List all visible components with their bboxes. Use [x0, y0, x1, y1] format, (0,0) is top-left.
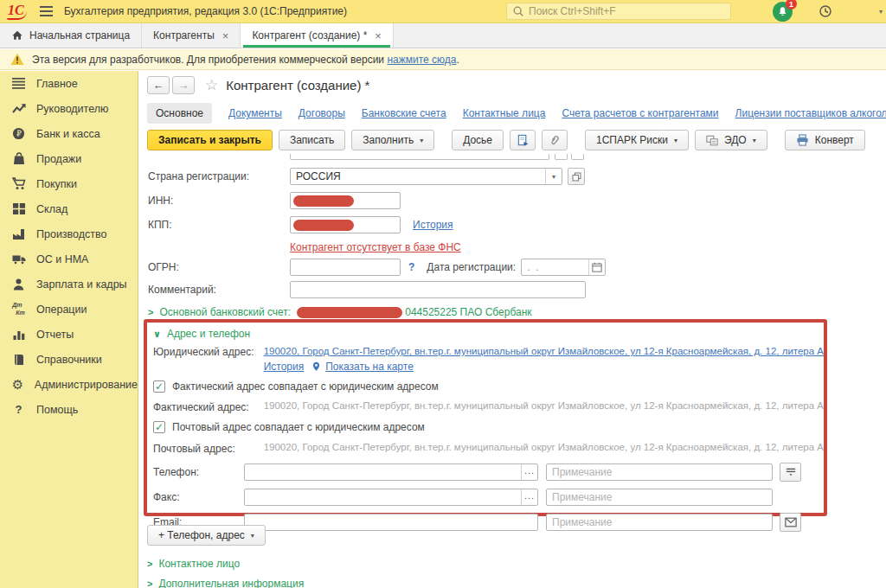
phone-input[interactable] — [245, 464, 521, 480]
additional-info-section[interactable]: > Дополнительная информация — [147, 578, 304, 588]
calendar-icon[interactable] — [588, 259, 605, 275]
sidebar-item-reports[interactable]: Отчеты — [0, 322, 138, 347]
dossier-button[interactable]: Досье — [452, 130, 504, 150]
buy-version-link[interactable]: нажмите сюда — [387, 54, 456, 66]
tab-alcohol-licenses[interactable]: Лицензии поставщиков алкогольной продукц… — [735, 107, 886, 119]
sidebar-item-purchases[interactable]: Покупки — [0, 171, 138, 196]
postal-matches-checkbox[interactable]: ✓ — [153, 421, 165, 433]
create-based-on-button[interactable] — [510, 130, 536, 150]
envelope-button[interactable]: Конверт — [785, 130, 865, 150]
sidebar-item-help[interactable]: ? Помощь — [0, 397, 138, 422]
fax-field[interactable]: ... — [244, 489, 538, 506]
add-phone-address-button[interactable]: + Телефон, адрес ▾ — [147, 525, 266, 546]
sidebar-item-label: Продажи — [36, 153, 81, 165]
fill-button[interactable]: Заполнить▾ — [351, 130, 434, 150]
close-icon[interactable]: × — [222, 30, 229, 42]
main-menu-icon[interactable] — [40, 6, 53, 16]
chevron-right-icon[interactable]: > — [148, 307, 153, 317]
edo-button[interactable]: ЭДО▾ — [695, 130, 767, 150]
sidebar-item-operations[interactable]: ДтКт Операции — [0, 297, 138, 322]
actual-matches-checkbox[interactable]: ✓ — [153, 380, 165, 393]
forward-button[interactable]: → — [172, 76, 195, 94]
back-button[interactable]: ← — [147, 76, 170, 94]
highlight-box: ∨ Адрес и телефон Юридический адрес: 190… — [144, 319, 827, 516]
fns-missing-link[interactable]: Контрагент отсутствует в базе ФНС — [290, 241, 461, 253]
envelope-label: Конверт — [815, 134, 854, 146]
titlebar-menu-caret-icon[interactable]: ▾ — [879, 8, 883, 16]
address-history-link[interactable]: История — [264, 361, 305, 373]
truck-icon — [11, 252, 26, 266]
kpp-field[interactable] — [290, 216, 401, 233]
tab-contractors[interactable]: Контрагенты × — [142, 23, 241, 48]
postal-address-label: Почтовый адрес: — [153, 442, 264, 455]
sidebar-item-administration[interactable]: ⚙ Администрирование — [0, 372, 138, 397]
global-search[interactable] — [506, 3, 731, 20]
chevron-down-icon: ▾ — [251, 532, 254, 540]
phone-field[interactable]: ... — [244, 463, 538, 481]
sidebar-item-label: ОС и НМА — [36, 253, 88, 265]
sidebar-item-salary-hr[interactable]: Зарплата и кадры — [0, 272, 138, 297]
save-button[interactable]: Записать — [279, 130, 345, 150]
main-bank-account-label[interactable]: Основной банковский счет: — [159, 306, 291, 318]
tab-documents[interactable]: Документы — [228, 107, 282, 119]
close-icon[interactable]: × — [375, 30, 382, 42]
show-on-map-link[interactable]: Показать на карте — [325, 361, 414, 373]
reg-date-input[interactable] — [522, 259, 588, 275]
comment-input[interactable] — [290, 281, 586, 298]
attachments-button[interactable] — [542, 130, 568, 150]
reg-date-field[interactable] — [521, 259, 606, 276]
tab-contractor-create[interactable]: Контрагент (создание) * × — [241, 23, 394, 48]
add-phone-address-label: + Телефон, адрес — [158, 529, 245, 541]
form-navigation-row: ← → ☆ Контрагент (создание) * — [147, 76, 369, 94]
chevron-expanded-icon[interactable]: ∨ — [153, 329, 161, 340]
email-note-input[interactable] — [546, 514, 773, 531]
send-email-button[interactable] — [780, 513, 801, 532]
ellipsis-button[interactable]: ... — [521, 464, 537, 480]
notifications-bell-icon[interactable]: 1 — [773, 2, 793, 22]
fax-note-input[interactable] — [546, 489, 773, 506]
sidebar-item-bank-cash[interactable]: Банк и касса — [0, 121, 138, 146]
country-field[interactable]: ▾ — [290, 168, 562, 185]
search-input[interactable] — [529, 5, 725, 17]
tab-contact-persons[interactable]: Контактные лица — [463, 107, 546, 119]
address-phone-section-header[interactable]: Адрес и телефон — [167, 328, 250, 340]
tab-contracts[interactable]: Договоры — [299, 107, 345, 119]
question-icon: ? — [11, 402, 26, 417]
country-input[interactable] — [291, 169, 545, 184]
tab-bank-accounts[interactable]: Банковские счета — [362, 107, 446, 119]
dev-version-warning-bar: Эта версия для разработчиков. Для приобр… — [0, 49, 886, 70]
sidebar-item-fixed-assets[interactable]: ОС и НМА — [0, 246, 138, 272]
save-and-close-button[interactable]: Записать и закрыть — [147, 130, 273, 150]
legal-address-link[interactable]: 190020, Город Санкт-Петербург, вн.тер.г.… — [264, 346, 824, 356]
spark-risks-button[interactable]: 1СПАРК Риски▾ — [585, 130, 689, 150]
sidebar-item-main[interactable]: Главное — [0, 71, 138, 96]
contact-person-section[interactable]: > Контактное лицо — [147, 558, 240, 570]
sidebar-item-production[interactable]: Производство — [0, 221, 138, 246]
open-country-button[interactable] — [568, 168, 585, 185]
inn-field[interactable] — [290, 192, 401, 209]
email-input[interactable] — [244, 514, 538, 531]
ogrn-input[interactable] — [290, 259, 401, 276]
sidebar-item-sales[interactable]: Продажи — [0, 146, 138, 171]
chevron-down-icon[interactable]: ▾ — [545, 169, 562, 184]
fax-input[interactable] — [245, 489, 521, 505]
sidebar-item-catalogs[interactable]: Справочники — [0, 347, 138, 372]
ellipsis-button[interactable]: ... — [521, 489, 537, 505]
send-sms-button[interactable] — [780, 463, 801, 482]
warehouse-grid-icon — [11, 201, 26, 216]
dt-kt-icon: ДтКт — [11, 302, 26, 316]
tab-label: Контрагенты — [153, 29, 215, 42]
phone-note-input[interactable] — [546, 463, 773, 481]
kpp-history-link[interactable]: История — [413, 219, 453, 231]
fill-label: Заполнить — [363, 134, 414, 146]
tab-settlement-accounts[interactable]: Счета расчетов с контрагентами — [562, 107, 718, 119]
sidebar-item-manager[interactable]: Руководителю — [0, 96, 138, 121]
favorite-star-icon[interactable]: ☆ — [205, 76, 218, 94]
ogrn-help-icon[interactable]: ? — [408, 261, 414, 273]
sidebar-item-warehouse[interactable]: Склад — [0, 196, 138, 221]
tab-home[interactable]: Начальная страница — [0, 23, 142, 48]
tab-main[interactable]: Основное — [147, 103, 212, 124]
sidebar-item-label: Администрирование — [35, 379, 138, 391]
history-icon[interactable] — [819, 4, 832, 18]
warning-text-after: . — [456, 54, 459, 66]
